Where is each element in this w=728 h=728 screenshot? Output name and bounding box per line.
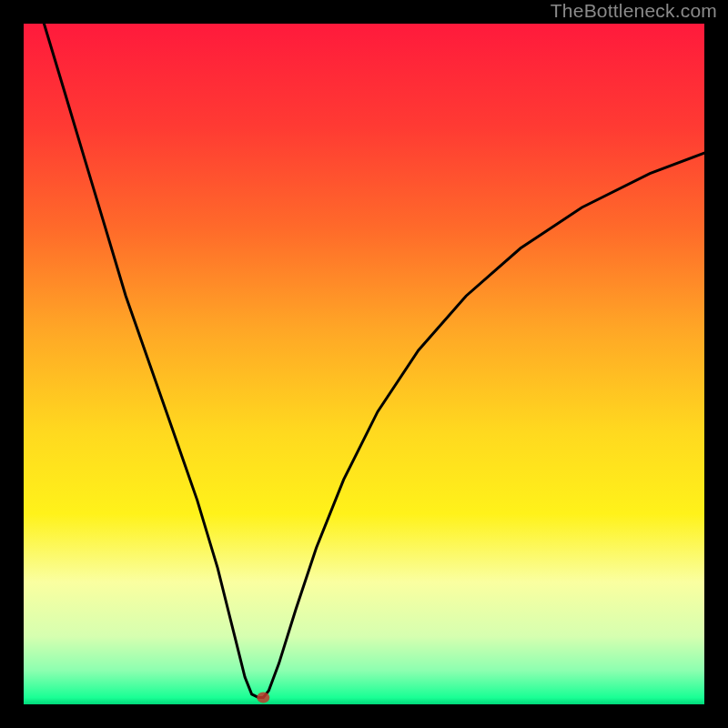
plot-area (24, 24, 704, 704)
minimum-marker (257, 693, 269, 703)
watermark-text: TheBottleneck.com (551, 0, 717, 22)
bottleneck-chart (0, 0, 728, 728)
